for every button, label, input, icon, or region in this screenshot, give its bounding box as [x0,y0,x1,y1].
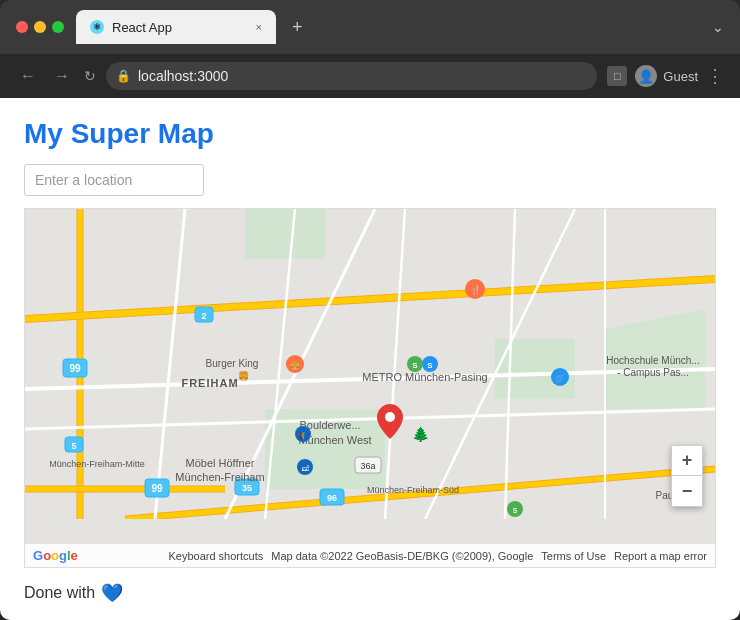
browser-window: ⚛ React App × + ⌄ ← → ↻ 🔒 □ 👤 Guest ⋮ [0,0,740,620]
title-bar: ⚛ React App × + ⌄ [0,0,740,54]
tab-title: React App [112,20,248,35]
map-image: 99 99 2 5 35 36a 96 [25,209,715,519]
map-footer: Google Keyboard shortcuts Map data ©2022… [25,544,715,567]
svg-text:- Campus Pas...: - Campus Pas... [617,367,689,378]
map-data-link[interactable]: Map data ©2022 GeoBasis-DE/BKG (©2009), … [271,550,533,562]
maximize-window-button[interactable] [52,21,64,33]
tab-overflow-icon[interactable]: ⌄ [712,19,724,35]
url-input[interactable] [106,62,597,90]
address-bar: ← → ↻ 🔒 □ 👤 Guest ⋮ [0,54,740,98]
svg-text:Möbel Höffner: Möbel Höffner [186,457,255,469]
window-controls [16,21,64,33]
location-input[interactable] [24,164,204,196]
browser-tab[interactable]: ⚛ React App × [76,10,276,44]
svg-point-67 [385,412,395,422]
terms-link[interactable]: Terms of Use [541,550,606,562]
new-tab-button[interactable]: + [284,13,311,42]
svg-text:München-Freiham-Mitte: München-Freiham-Mitte [49,459,145,469]
map-container[interactable]: 99 99 2 5 35 36a 96 [24,208,716,568]
zoom-in-button[interactable]: + [672,446,702,476]
url-bar-wrapper: 🔒 [106,62,597,90]
svg-text:🧗: 🧗 [299,431,308,440]
svg-text:Hochschule Münch...: Hochschule Münch... [606,355,699,366]
minimize-window-button[interactable] [34,21,46,33]
map-footer-links: Keyboard shortcuts Map data ©2022 GeoBas… [168,550,707,562]
forward-button[interactable]: → [50,65,74,87]
svg-text:Burger King: Burger King [206,358,259,369]
svg-text:35: 35 [242,483,252,493]
svg-text:S: S [513,507,518,514]
done-label: Done with [24,584,95,602]
tab-favicon-icon: ⚛ [90,20,104,34]
done-text: Done with 💙 [24,582,716,604]
extensions-icon[interactable]: □ [607,66,627,86]
zoom-out-button[interactable]: − [672,476,702,506]
svg-text:S: S [427,361,433,370]
close-window-button[interactable] [16,21,28,33]
page-title: My Super Map [24,118,716,150]
svg-text:🍴: 🍴 [470,284,482,296]
svg-text:🍔: 🍔 [290,360,300,370]
svg-text:🍔: 🍔 [238,370,250,382]
back-button[interactable]: ← [16,65,40,87]
svg-text:FREIHAM: FREIHAM [181,377,238,389]
lock-icon: 🔒 [116,69,131,83]
svg-text:2: 2 [201,311,206,321]
reload-button[interactable]: ↻ [84,68,96,84]
svg-text:36a: 36a [360,461,375,471]
heart-icon: 💙 [101,582,123,604]
profile-avatar-icon: 👤 [635,65,657,87]
report-link[interactable]: Report a map error [614,550,707,562]
svg-rect-1 [245,209,325,259]
tab-close-icon[interactable]: × [256,21,262,33]
svg-text:5: 5 [71,441,76,451]
svg-text:96: 96 [327,493,337,503]
svg-text:🛋: 🛋 [302,465,310,472]
tab-bar: ⚛ React App × + ⌄ [76,10,724,44]
map-zoom-controls: + − [671,445,703,507]
google-logo: Google [33,548,78,563]
profile-button[interactable]: 👤 Guest [635,65,698,87]
svg-text:METRO München-Pasing: METRO München-Pasing [362,371,487,383]
svg-text:München-Freiham-Süd: München-Freiham-Süd [367,485,459,495]
keyboard-shortcuts-link[interactable]: Keyboard shortcuts [168,550,263,562]
svg-text:99: 99 [151,483,163,494]
svg-text:99: 99 [69,363,81,374]
svg-text:S: S [412,361,418,370]
svg-text:München-Freiham: München-Freiham [175,471,264,483]
browser-menu-button[interactable]: ⋮ [706,65,724,87]
page-content: My Super Map [0,98,740,620]
browser-actions: □ 👤 Guest ⋮ [607,65,724,87]
svg-text:🌲: 🌲 [412,426,430,443]
profile-label: Guest [663,69,698,84]
svg-text:🛒: 🛒 [555,373,565,383]
